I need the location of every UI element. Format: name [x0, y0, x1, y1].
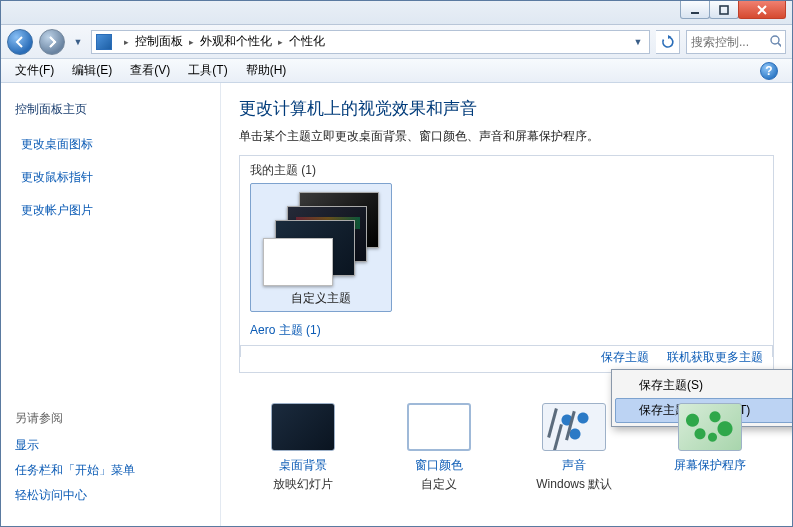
setting-title: 声音 [514, 457, 634, 474]
search-icon [770, 35, 781, 48]
setting-subtitle: Windows 默认 [514, 476, 634, 493]
close-button[interactable] [738, 1, 786, 19]
sidebar: 控制面板主页 更改桌面图标 更改鼠标指针 更改帐户图片 另请参阅 显示 任务栏和… [1, 83, 221, 526]
nav-back-button[interactable] [7, 29, 33, 55]
theme-tile-custom[interactable]: 自定义主题 [250, 183, 392, 312]
menu-file[interactable]: 文件(F) [7, 60, 62, 81]
crumb-mid[interactable]: 外观和个性化 [200, 33, 272, 50]
menu-view[interactable]: 查看(V) [122, 60, 178, 81]
screensaver-icon [678, 403, 742, 451]
page-title: 更改计算机上的视觉效果和声音 [239, 97, 774, 120]
minimize-button[interactable] [680, 1, 710, 19]
search-box[interactable] [686, 30, 786, 54]
address-bar[interactable]: ▸ 控制面板 ▸ 外观和个性化 ▸ 个性化 ▼ [91, 30, 650, 54]
my-themes-heading: 我的主题 (1) [250, 162, 763, 179]
maximize-button[interactable] [709, 1, 739, 19]
menu-bar: 文件(F) 编辑(E) 查看(V) 工具(T) 帮助(H) ? [1, 59, 792, 83]
aero-themes-heading: Aero 主题 (1) [250, 322, 763, 339]
sidebar-link-desktop-icons[interactable]: 更改桌面图标 [21, 136, 206, 153]
navigation-row: ▼ ▸ 控制面板 ▸ 外观和个性化 ▸ 个性化 ▼ [1, 25, 792, 59]
themes-panel: 我的主题 (1) 自定义主题 保存主题 联机获取更多主题 Aero 主题 (1) [239, 155, 774, 373]
setting-subtitle: 放映幻灯片 [243, 476, 363, 493]
breadcrumb[interactable]: ▸ 控制面板 ▸ 外观和个性化 ▸ 个性化 [118, 33, 325, 50]
menu-tools[interactable]: 工具(T) [180, 60, 235, 81]
address-dropdown-icon[interactable]: ▼ [631, 33, 645, 51]
window-color-icon [407, 403, 471, 451]
personalization-icon [96, 34, 112, 50]
save-theme-link[interactable]: 保存主题 [601, 349, 649, 366]
crumb-root[interactable]: 控制面板 [135, 33, 183, 50]
ctx-save-theme[interactable]: 保存主题(S) [615, 373, 792, 398]
nav-history-dropdown[interactable]: ▼ [71, 33, 85, 51]
sidebar-seealso-heading: 另请参阅 [15, 410, 206, 427]
page-description: 单击某个主题立即更改桌面背景、窗口颜色、声音和屏幕保护程序。 [239, 128, 774, 145]
control-panel-window: ▼ ▸ 控制面板 ▸ 外观和个性化 ▸ 个性化 ▼ 文件(F) 编辑(E) 查看… [0, 0, 793, 527]
setting-title: 屏幕保护程序 [650, 457, 770, 474]
theme-thumbnail [261, 192, 381, 284]
svg-rect-0 [691, 12, 699, 14]
setting-title: 桌面背景 [243, 457, 363, 474]
refresh-button[interactable] [656, 30, 680, 54]
nav-forward-button[interactable] [39, 29, 65, 55]
sound-icon [542, 403, 606, 451]
sidebar-seealso-display[interactable]: 显示 [15, 437, 206, 454]
sidebar-home-link[interactable]: 控制面板主页 [15, 101, 206, 118]
help-icon[interactable]: ? [760, 62, 778, 80]
theme-caption: 自定义主题 [255, 290, 387, 307]
sidebar-link-mouse-pointers[interactable]: 更改鼠标指针 [21, 169, 206, 186]
crumb-leaf[interactable]: 个性化 [289, 33, 325, 50]
sidebar-seealso-ease[interactable]: 轻松访问中心 [15, 487, 206, 504]
titlebar [1, 1, 792, 25]
setting-window-color[interactable]: 窗口颜色 自定义 [379, 403, 499, 493]
setting-title: 窗口颜色 [379, 457, 499, 474]
sidebar-seealso-taskbar[interactable]: 任务栏和「开始」菜单 [15, 462, 206, 479]
sidebar-link-account-picture[interactable]: 更改帐户图片 [21, 202, 206, 219]
get-more-themes-link[interactable]: 联机获取更多主题 [667, 349, 763, 366]
menu-edit[interactable]: 编辑(E) [64, 60, 120, 81]
svg-point-2 [771, 36, 779, 44]
setting-subtitle: 自定义 [379, 476, 499, 493]
desktop-background-icon [271, 403, 335, 451]
menu-help[interactable]: 帮助(H) [238, 60, 295, 81]
main-content: 更改计算机上的视觉效果和声音 单击某个主题立即更改桌面背景、窗口颜色、声音和屏幕… [221, 83, 792, 526]
svg-rect-1 [720, 6, 728, 14]
search-input[interactable] [691, 35, 766, 49]
setting-desktop-background[interactable]: 桌面背景 放映幻灯片 [243, 403, 363, 493]
settings-row: 桌面背景 放映幻灯片 窗口颜色 自定义 声音 Windows 默认 屏幕保护程序 [239, 403, 774, 493]
svg-line-3 [778, 43, 781, 47]
